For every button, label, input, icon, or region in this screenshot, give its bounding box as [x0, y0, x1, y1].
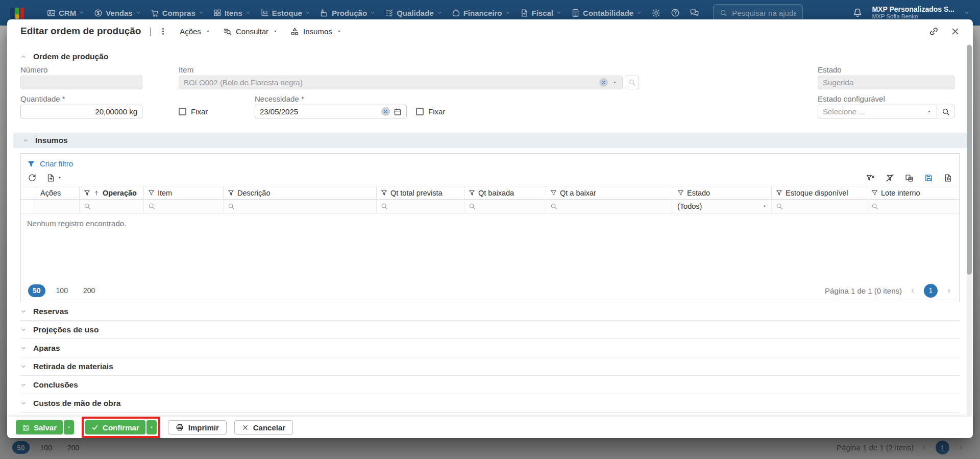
filter-qt-a-baixar[interactable] — [546, 200, 673, 213]
quantidade-field[interactable] — [20, 105, 142, 118]
app-logo[interactable] — [10, 7, 24, 19]
menu-consultar[interactable]: Consultar — [223, 27, 278, 36]
settings-gear-icon[interactable] — [651, 8, 661, 18]
chevron-down-icon — [79, 10, 84, 15]
item-dropdown-icon[interactable] — [612, 80, 618, 85]
page-size-100[interactable]: 100 — [52, 284, 72, 297]
prev-page-icon[interactable] — [910, 287, 916, 294]
help-search-input[interactable] — [732, 9, 796, 17]
filter-operacao[interactable] — [80, 200, 144, 213]
calendar-icon[interactable] — [394, 108, 402, 116]
refresh-icon[interactable] — [28, 174, 36, 182]
cancel-button[interactable]: Cancelar — [234, 420, 293, 434]
column-header-estoque-disponivel[interactable]: Estoque disponível — [772, 186, 867, 199]
filter-item[interactable] — [144, 200, 224, 213]
menu-contabilidade[interactable]: Contabilidade — [571, 9, 642, 17]
funnel-icon[interactable] — [677, 189, 684, 196]
confirm-button[interactable]: Confirmar — [85, 420, 145, 434]
funnel-icon[interactable] — [148, 189, 155, 196]
disable-filter-icon[interactable] — [886, 174, 894, 182]
section-custos-de-mao-de-obra[interactable]: Custos de mão de obra — [20, 394, 960, 413]
column-header-item[interactable]: Item — [144, 186, 224, 199]
filter-qt-baixada[interactable] — [464, 200, 546, 213]
filter-qt-total-prevista[interactable] — [377, 200, 464, 213]
column-header-lote-interno[interactable]: Lote interno — [867, 186, 959, 199]
reset-layout-icon[interactable] — [944, 174, 952, 182]
current-page[interactable]: 1 — [924, 284, 938, 298]
chevron-down-icon — [370, 10, 375, 15]
column-header-estado[interactable]: Estado — [673, 186, 772, 199]
next-page-icon[interactable] — [945, 287, 952, 294]
modal-scrollbar[interactable] — [967, 44, 972, 416]
print-button[interactable]: Imprimir — [168, 420, 227, 434]
column-header-descricao[interactable]: Descrição — [224, 186, 377, 199]
help-search-box[interactable] — [713, 4, 803, 21]
save-layout-icon[interactable] — [924, 174, 933, 182]
save-dropdown-button[interactable] — [64, 420, 74, 434]
column-header-qt-a-baixar[interactable]: Qt a baixar — [546, 186, 673, 199]
column-header-operacao[interactable]: Operação — [80, 186, 144, 199]
menu-financeiro[interactable]: Financeiro — [452, 9, 510, 17]
section-aparas[interactable]: Aparas — [20, 339, 960, 357]
section-conclusoes[interactable]: Conclusões — [20, 376, 960, 394]
filter-descricao[interactable] — [224, 200, 377, 213]
account-menu[interactable]: MXP Personalizados S... MXP Sofia Benko — [872, 5, 954, 20]
menu-qualidade[interactable]: Qualidade — [385, 9, 442, 17]
funnel-icon[interactable] — [469, 189, 475, 196]
section-retirada-de-materiais[interactable]: Retirada de materiais — [20, 357, 960, 376]
help-icon[interactable] — [671, 8, 680, 17]
filter-estado-select[interactable]: (Todos) — [673, 200, 772, 213]
funnel-icon[interactable] — [550, 189, 557, 196]
filter-estoque-disponivel[interactable] — [772, 200, 867, 213]
menu-crm[interactable]: CRM — [47, 9, 84, 17]
column-chooser-icon[interactable] — [905, 174, 914, 182]
menu-vendas[interactable]: Vendas — [94, 9, 141, 17]
section-ordem-de-producao[interactable]: Ordem de produção — [20, 50, 960, 63]
menu-itens[interactable]: Itens — [213, 9, 251, 17]
section-projecoes-de-uso[interactable]: Projeções de uso — [20, 321, 960, 339]
close-icon[interactable] — [951, 27, 960, 36]
necessidade-field[interactable]: 23/05/2025 — [255, 105, 407, 118]
menu-acoes[interactable]: Ações — [180, 27, 211, 36]
create-filter-link[interactable]: Criar filtro — [21, 154, 959, 170]
sales-dollar-icon — [94, 9, 103, 17]
checkbox-box[interactable] — [416, 108, 424, 115]
confirm-dropdown-button[interactable] — [146, 420, 157, 434]
fixar-quantidade-checkbox[interactable]: Fixar — [179, 107, 208, 116]
scrollbar-thumb[interactable] — [967, 45, 972, 275]
chevron-down-icon — [57, 175, 62, 180]
notifications-bell-icon[interactable] — [852, 8, 863, 18]
estado-configuravel-select[interactable]: Selecione ... — [818, 105, 937, 118]
checkbox-box[interactable] — [179, 108, 186, 115]
date-clear-icon[interactable] — [381, 107, 390, 116]
menu-insumos[interactable]: Insumos — [290, 27, 342, 36]
menu-compras[interactable]: Compras — [151, 9, 204, 17]
column-header-qt-total-prevista[interactable]: Qt total prevista — [377, 186, 464, 199]
funnel-icon[interactable] — [381, 189, 387, 196]
chevron-down-icon — [205, 29, 211, 34]
export-icon[interactable] — [46, 174, 62, 182]
section-insumos[interactable]: Insumos — [13, 133, 967, 148]
funnel-icon[interactable] — [84, 189, 90, 196]
page-size-200[interactable]: 200 — [79, 284, 100, 297]
item-clear-icon[interactable] — [599, 78, 608, 87]
copy-link-icon[interactable] — [929, 27, 939, 36]
filter-lote-interno[interactable] — [867, 200, 959, 213]
menu-estoque[interactable]: Estoque — [260, 9, 310, 17]
clear-filter-icon[interactable] — [866, 174, 875, 182]
page-size-50[interactable]: 50 — [28, 284, 45, 297]
menu-fiscal[interactable]: Fiscal — [520, 9, 562, 17]
funnel-icon[interactable] — [776, 189, 782, 196]
column-header-qt-baixada[interactable]: Qt baixada — [464, 186, 546, 199]
funnel-icon[interactable] — [228, 189, 234, 196]
chat-icon[interactable] — [690, 8, 699, 18]
save-button[interactable]: Salvar — [16, 420, 63, 434]
funnel-icon[interactable] — [871, 189, 878, 196]
menu-producao[interactable]: Produção — [320, 9, 375, 17]
section-reservas[interactable]: Reservas — [20, 302, 960, 321]
fixar-necessidade-checkbox[interactable]: Fixar — [416, 107, 445, 116]
estado-configuravel-search-button[interactable] — [937, 105, 954, 118]
account-chevron-icon[interactable] — [964, 10, 970, 16]
kebab-menu-icon[interactable] — [159, 27, 167, 36]
column-header-acoes[interactable]: Ações — [36, 186, 80, 199]
